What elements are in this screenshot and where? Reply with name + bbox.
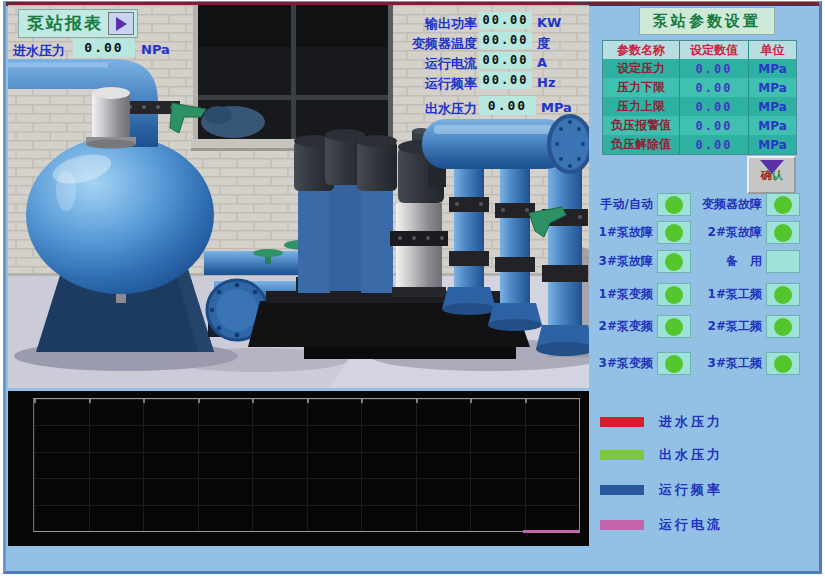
status-row: 手动/自动 变频器故障 xyxy=(589,193,801,216)
status-lamp-pump2-mains xyxy=(766,315,800,338)
legend-swatch-run-current xyxy=(600,520,644,530)
table-row: 压力下限 0.00 MPa xyxy=(603,78,796,97)
play-arrow-icon[interactable] xyxy=(108,12,134,35)
output-power-label: 输出功率 xyxy=(402,15,477,33)
status-lamp-pump3-mains xyxy=(766,352,800,375)
status-label-pump3-fault: 3#泵故障 xyxy=(589,253,653,270)
parameter-table-header: 参数名称 设定数值 单位 xyxy=(603,41,796,59)
lamp-icon xyxy=(774,355,792,373)
pump-station-hmi-screen: 泵站报表 进水压力 0.00 NPa 输出功率 00.00 KW 变频器温度 0… xyxy=(0,0,825,577)
status-row: 1#泵变频 1#泵工频 xyxy=(589,283,801,306)
tank-top-fitting xyxy=(86,87,136,149)
param-name: 负压解除值 xyxy=(603,135,680,154)
status-row: 1#泵故障 2#泵故障 xyxy=(589,221,801,244)
run-current-label: 运行电流 xyxy=(402,55,477,73)
outlet-pressure-value: 0.00 xyxy=(479,96,536,115)
inlet-pressure-value: 0.00 xyxy=(73,39,135,57)
legend-label-inlet-pressure: 进水压力 xyxy=(659,413,723,431)
table-row: 压力上限 0.00 MPa xyxy=(603,97,796,116)
window xyxy=(191,5,395,151)
lamp-icon xyxy=(774,286,792,304)
param-name: 负压报警值 xyxy=(603,116,680,135)
param-value[interactable]: 0.00 xyxy=(680,78,749,97)
status-label-inverter-fault: 变频器故障 xyxy=(696,196,762,213)
settings-panel-title: 泵站参数设置 xyxy=(639,7,775,35)
status-row: 3#泵故障 备 用 xyxy=(589,250,801,273)
param-unit: MPa xyxy=(749,59,796,78)
lamp-icon xyxy=(665,253,683,271)
run-current-value: 00.00 xyxy=(479,52,532,69)
output-power-unit: KW xyxy=(537,15,561,30)
lamp-icon xyxy=(774,224,792,242)
outlet-pressure-unit: MPa xyxy=(541,100,572,115)
inverter-temp-unit: 度 xyxy=(537,35,550,53)
lamp-icon xyxy=(665,224,683,242)
param-value[interactable]: 0.00 xyxy=(680,59,749,78)
lamp-icon xyxy=(665,196,683,214)
param-unit: MPa xyxy=(749,97,796,116)
status-label-pump3-vfd: 3#泵变频 xyxy=(589,355,653,372)
green-handwheel xyxy=(253,249,283,257)
inverter-temp-value: 00.00 xyxy=(479,32,532,49)
run-current-trace xyxy=(523,530,580,533)
report-button-label: 泵站报表 xyxy=(27,12,103,35)
legend-label-outlet-pressure: 出水压力 xyxy=(659,446,723,464)
run-frequency-label: 运行频率 xyxy=(402,75,477,93)
parameter-table: 参数名称 设定数值 单位 设定压力 0.00 MPa 压力下限 0.00 MPa… xyxy=(602,40,797,155)
status-label-spare: 备 用 xyxy=(696,253,762,270)
lamp-icon xyxy=(665,318,683,336)
axis-ticks xyxy=(34,399,579,403)
legend-swatch-outlet-pressure xyxy=(600,450,644,460)
lamp-icon xyxy=(774,318,792,336)
confirm-button[interactable]: 确认 xyxy=(747,156,796,194)
legend-swatch-run-frequency xyxy=(600,485,644,495)
status-label-pump1-mains: 1#泵工频 xyxy=(696,286,762,303)
status-lamp-pump3-vfd xyxy=(657,352,691,375)
legend-swatch-inlet-pressure xyxy=(600,417,644,427)
param-value[interactable]: 0.00 xyxy=(680,97,749,116)
status-lamp-pump1-vfd xyxy=(657,283,691,306)
param-name: 设定压力 xyxy=(603,59,680,78)
status-row: 2#泵变频 2#泵工频 xyxy=(589,315,801,338)
col-header-name: 参数名称 xyxy=(603,41,680,59)
inverter-temp-label: 变频器温度 xyxy=(402,35,477,53)
status-lamp-manual-auto[interactable] xyxy=(657,193,691,216)
status-label-pump2-vfd: 2#泵变频 xyxy=(589,318,653,335)
status-label-pump1-fault: 1#泵故障 xyxy=(589,224,653,241)
run-frequency-unit: Hz xyxy=(537,75,555,90)
table-row: 负压报警值 0.00 MPa xyxy=(603,116,796,135)
bladder-tank xyxy=(26,136,214,352)
trend-plot-area xyxy=(33,398,580,532)
col-header-unit: 单位 xyxy=(749,41,796,59)
status-lamp-inverter-fault xyxy=(766,193,800,216)
legend-item: 出水压力 xyxy=(600,448,723,462)
param-unit: MPa xyxy=(749,116,796,135)
output-power-value: 00.00 xyxy=(479,12,532,29)
inlet-pressure-unit: NPa xyxy=(141,42,170,57)
confirm-button-label: 确认 xyxy=(761,168,783,183)
status-lamp-pump2-fault xyxy=(766,221,800,244)
param-name: 压力上限 xyxy=(603,97,680,116)
report-button[interactable]: 泵站报表 xyxy=(18,9,138,38)
legend-item: 运行电流 xyxy=(600,518,723,532)
col-header-value: 设定数值 xyxy=(680,41,749,59)
lamp-icon xyxy=(774,196,792,214)
lamp-icon xyxy=(665,286,683,304)
param-unit: MPa xyxy=(749,135,796,154)
run-current-unit: A xyxy=(537,55,547,70)
status-label-pump3-mains: 3#泵工频 xyxy=(696,355,762,372)
status-lamp-pump1-mains xyxy=(766,283,800,306)
status-lamp-pump1-fault xyxy=(657,221,691,244)
status-label-pump1-vfd: 1#泵变频 xyxy=(589,286,653,303)
param-value[interactable]: 0.00 xyxy=(680,135,749,154)
status-label-pump2-mains: 2#泵工频 xyxy=(696,318,762,335)
inlet-pressure-label: 进水压力 xyxy=(13,42,65,60)
status-lamp-spare xyxy=(766,250,800,273)
param-value[interactable]: 0.00 xyxy=(680,116,749,135)
legend-item: 运行频率 xyxy=(600,483,723,497)
param-unit: MPa xyxy=(749,78,796,97)
legend-label-run-current: 运行电流 xyxy=(659,516,723,534)
status-row: 3#泵变频 3#泵工频 xyxy=(589,352,801,375)
table-row: 设定压力 0.00 MPa xyxy=(603,59,796,78)
legend-item: 进水压力 xyxy=(600,415,723,429)
